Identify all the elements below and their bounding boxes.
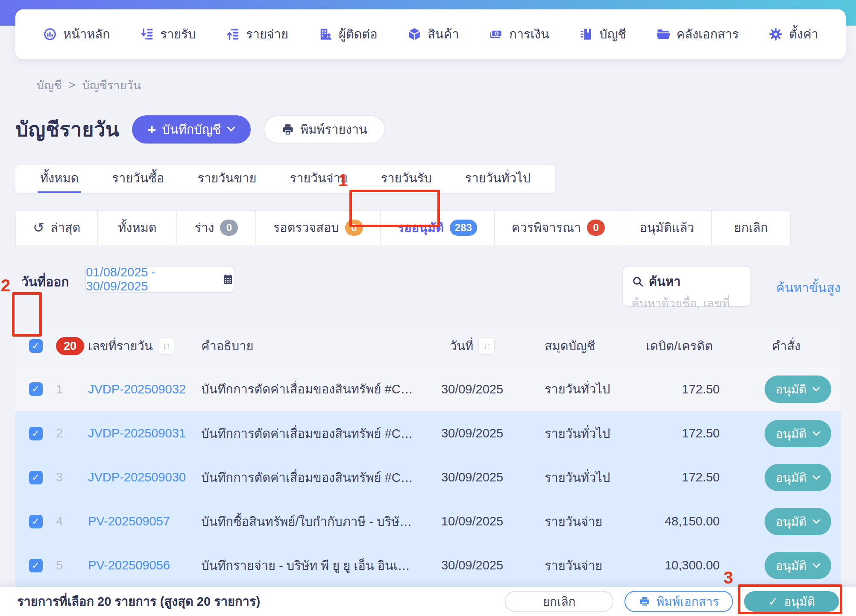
row-date: 10/09/2025 xyxy=(441,514,503,528)
selection-summary: รายการที่เลือก 20 รายการ (สูงสุด 20 รายก… xyxy=(17,592,260,611)
nav-label: การเงิน xyxy=(509,24,549,44)
documents-icon xyxy=(656,27,671,41)
status-tab-draft[interactable]: ร่าง 0 xyxy=(176,210,256,245)
table-row: ✓ 5 PV-202509056 บันทึกรายจ่าย - บริษัท … xyxy=(15,543,841,587)
row-approve-button[interactable]: อนุมัติ xyxy=(765,420,831,447)
print-report-label: พิมพ์รายงาน xyxy=(300,120,367,139)
finance-icon xyxy=(489,27,503,41)
row-approve-button[interactable]: อนุมัติ xyxy=(765,508,831,535)
nav-label: รายจ่าย xyxy=(246,24,288,44)
row-description: บันทึกการตัดค่าเสื่อมของสินทรัพย์ #COM-0… xyxy=(201,379,426,399)
status-tab-approved[interactable]: อนุมัติแล้ว xyxy=(622,210,712,245)
nav-item-products[interactable]: สินค้า xyxy=(407,24,459,44)
breadcrumb-root[interactable]: บัญชี xyxy=(37,76,62,94)
row-approve-button[interactable]: อนุมัติ xyxy=(765,375,831,403)
tab-all[interactable]: ทั้งหมด xyxy=(38,165,81,193)
journal-table: ✓ 20 เลขที่รายวัน ↓↑ คำอธิบาย วันที่ ↓↑ … xyxy=(15,325,841,616)
search-placeholder: ค้นหาด้วยชื่อ, เลขที่ xyxy=(632,294,742,312)
record-journal-button[interactable]: + บันทึกบัญชี xyxy=(132,115,251,144)
row-approve-button[interactable]: อนุมัติ xyxy=(765,552,831,579)
nav-item-contacts[interactable]: ผู้ติดต่อ xyxy=(318,24,378,44)
row-date: 30/09/2025 xyxy=(441,470,503,484)
status-tab-awaiting-approval[interactable]: รออนุมัติ 283 xyxy=(380,210,495,245)
contacts-icon xyxy=(318,27,333,41)
doc-no-link[interactable]: PV-202509056 xyxy=(88,558,201,572)
nav-label: สินค้า xyxy=(428,24,459,44)
doc-no-link[interactable]: JVDP-202509030 xyxy=(88,470,201,484)
nav-item-expense[interactable]: รายจ่าย xyxy=(226,24,288,44)
dashboard-icon xyxy=(43,27,57,41)
date-range-value: 01/08/2025 - 30/09/2025 xyxy=(86,265,217,293)
row-approve-button[interactable]: อนุมัติ xyxy=(765,464,831,491)
tab-general-journal[interactable]: รายวันทั่วไป xyxy=(463,165,533,193)
tab-receipt-journal[interactable]: รายวันรับ xyxy=(378,165,434,193)
status-tab-awaiting-review[interactable]: รอตรวจสอบ 0 xyxy=(255,210,380,245)
column-header-description: คำอธิบาย xyxy=(201,336,426,356)
nav-item-documents[interactable]: คลังเอกสาร xyxy=(656,24,739,44)
products-icon xyxy=(407,27,422,41)
selection-action-bar: รายการที่เลือก 20 รายการ (สูงสุด 20 รายก… xyxy=(0,587,856,616)
doc-no-link[interactable]: JVDP-202509032 xyxy=(88,382,201,396)
sort-doc-no-icon[interactable]: ↓↑ xyxy=(158,337,174,355)
should-consider-count-badge: 0 xyxy=(587,220,605,236)
tab-purchase-journal[interactable]: รายวันซื้อ xyxy=(109,165,167,193)
approve-button[interactable]: ✓ อนุมัติ xyxy=(744,591,839,612)
doc-no-link[interactable]: JVDP-202509031 xyxy=(88,426,201,440)
tab-sales-journal[interactable]: รายวันขาย xyxy=(195,165,259,193)
row-checkbox[interactable]: ✓ xyxy=(29,427,43,440)
nav-item-finance[interactable]: การเงิน xyxy=(489,24,549,44)
tab-payment-journal[interactable]: รายวันจ่าย xyxy=(287,165,350,193)
page-content: บัญชี > บัญชีรายวัน บัญชีรายวัน + บันทึก… xyxy=(0,59,856,616)
table-row: ✓ 2 JVDP-202509031 บันทึกการตัดค่าเสื่อม… xyxy=(15,411,841,455)
row-checkbox[interactable]: ✓ xyxy=(29,471,43,484)
status-tab-cancelled[interactable]: ยกเลิก xyxy=(711,210,791,245)
nav-item-settings[interactable]: ตั้งค่า xyxy=(768,24,818,44)
select-all-checkbox[interactable]: ✓ xyxy=(29,339,43,353)
search-input[interactable]: ค้นหา ค้นหาด้วยชื่อ, เลขที่ xyxy=(622,266,751,307)
column-header-book: สมุดบัญชี xyxy=(518,336,627,356)
nav-label: คลังเอกสาร xyxy=(677,24,739,44)
search-label: ค้นหา xyxy=(649,272,681,291)
breadcrumb-separator: > xyxy=(68,79,75,92)
calendar-icon xyxy=(222,273,234,285)
selected-count-badge: 20 xyxy=(56,337,84,355)
row-date: 30/09/2025 xyxy=(441,558,503,572)
advanced-search-link[interactable]: ค้นหาขั้นสูง xyxy=(776,278,841,298)
printer-icon xyxy=(281,123,294,136)
row-amount: 172.50 xyxy=(682,470,732,484)
print-report-button[interactable]: พิมพ์รายงาน xyxy=(264,115,385,144)
doc-no-link[interactable]: PV-202509057 xyxy=(88,514,201,528)
chevron-down-icon xyxy=(812,387,820,392)
column-header-date: วันที่ ↓↑ xyxy=(450,336,495,356)
row-description: บันทึกซื้อสินทรัพย์/ใบกำกับภาษี - บริษัท… xyxy=(201,512,426,531)
cancel-button[interactable]: ยกเลิก xyxy=(505,591,613,612)
column-header-doc-no: เลขที่รายวัน ↓↑ xyxy=(88,336,201,356)
nav-item-accounting[interactable]: บัญชี xyxy=(579,24,626,44)
print-documents-button[interactable]: พิมพ์เอกสาร xyxy=(624,591,733,612)
status-tab-all[interactable]: ทั้งหมด xyxy=(97,210,177,245)
row-book: รายวันทั่วไป xyxy=(518,379,627,399)
row-index: 1 xyxy=(56,382,63,396)
row-index: 4 xyxy=(56,514,63,528)
nav-label: ผู้ติดต่อ xyxy=(339,24,378,44)
breadcrumb-current: บัญชีรายวัน xyxy=(82,76,141,94)
nav-item-income[interactable]: รายรับ xyxy=(140,24,196,44)
date-range-picker[interactable]: 01/08/2025 - 30/09/2025 xyxy=(85,266,235,293)
row-checkbox[interactable]: ✓ xyxy=(29,382,43,396)
chevron-down-icon xyxy=(227,126,235,132)
nav-item-home[interactable]: หน้าหลัก xyxy=(43,24,110,44)
plus-icon: + xyxy=(147,122,156,137)
status-tab-should-consider[interactable]: ควรพิจารณา 0 xyxy=(494,210,622,245)
printer-icon xyxy=(639,595,651,607)
breadcrumb: บัญชี > บัญชีรายวัน xyxy=(15,76,841,94)
row-amount: 10,300.00 xyxy=(665,558,732,572)
settings-icon xyxy=(768,27,783,41)
nav-label: บัญชี xyxy=(599,24,626,44)
row-checkbox[interactable]: ✓ xyxy=(29,515,43,528)
status-tabs: ↺ ล่าสุด ทั้งหมด ร่าง 0 รอตรวจสอบ 0 รออน… xyxy=(15,210,841,245)
nav-label: หน้าหลัก xyxy=(63,24,110,44)
sort-date-icon[interactable]: ↓↑ xyxy=(478,337,495,355)
status-tab-recent[interactable]: ↺ ล่าสุด xyxy=(15,210,98,245)
row-checkbox[interactable]: ✓ xyxy=(29,559,43,572)
row-date: 30/09/2025 xyxy=(441,382,503,396)
